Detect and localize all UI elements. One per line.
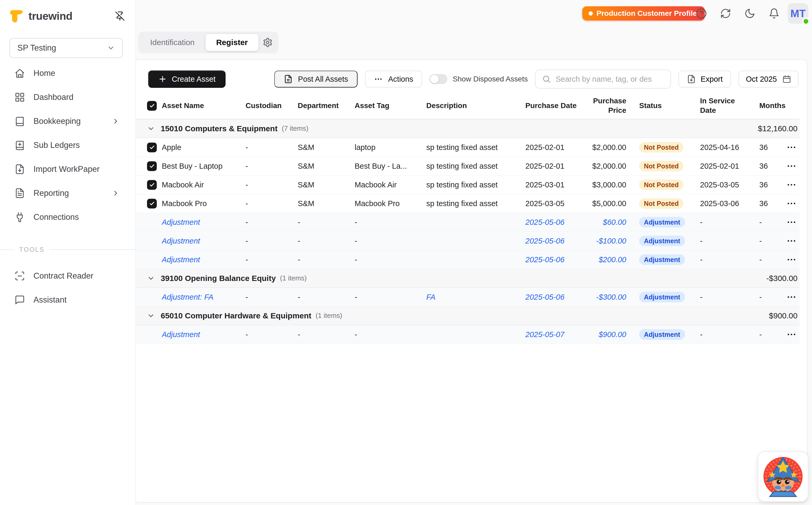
col-purchase-date: Purchase Date <box>525 101 577 111</box>
table-row[interactable]: Adjustment---2025-05-06$60.00Adjustment-… <box>134 213 800 232</box>
online-status-dot <box>802 17 810 25</box>
user-avatar[interactable]: MT <box>788 3 808 24</box>
row-select-cell <box>134 161 162 171</box>
table-row[interactable]: Adjustment---2025-05-06$200.00Adjustment… <box>134 250 800 269</box>
cell-asset-tag: laptop <box>355 143 426 152</box>
select-all-checkbox[interactable] <box>147 101 157 111</box>
export-button[interactable]: Export <box>678 70 731 88</box>
production-profile-badge[interactable]: Production Customer Profile <box>582 6 705 21</box>
row-actions-button[interactable] <box>783 161 800 171</box>
help-icon[interactable] <box>696 8 707 19</box>
table-row[interactable]: Adjustment: FA---FA2025-05-06-$300.00Adj… <box>134 288 800 307</box>
cell-status: Adjustment <box>626 292 700 302</box>
status-badge: Not Posted <box>639 198 683 209</box>
row-actions-button[interactable] <box>783 235 800 246</box>
cell-asset-name[interactable]: Adjustment <box>162 256 245 264</box>
sidebar-item-dashboard[interactable]: Dashboard <box>0 85 136 109</box>
status-badge: Adjustment <box>639 255 685 265</box>
post-all-assets-button[interactable]: Post All Assets <box>274 70 358 88</box>
sidebar-item-import-workpaper[interactable]: Import WorkPaper <box>0 157 136 181</box>
cell-asset-name[interactable]: Adjustment <box>162 218 245 227</box>
cell-asset-tag: Macbook Pro <box>355 199 426 208</box>
actions-button[interactable]: Actions <box>365 70 422 88</box>
cell-custodian: - <box>245 293 298 302</box>
tools-item-assistant[interactable]: Assistant <box>0 288 136 312</box>
tabs-settings-gear-icon[interactable] <box>263 37 273 47</box>
cell-purchase-price: $60.00 <box>577 218 626 227</box>
sidebar-item-bookkeeping[interactable]: Bookkeeping <box>0 109 136 133</box>
group-item-count: (1 items) <box>280 274 307 282</box>
cell-status: Not Posted <box>626 142 700 153</box>
row-actions-button[interactable] <box>783 292 800 302</box>
cell-asset-name: Macbook Pro <box>162 199 245 208</box>
topbar-icons <box>696 8 780 19</box>
dark-mode-icon[interactable] <box>744 8 755 19</box>
cell-in-service-date: 2025-02-01 <box>700 162 759 171</box>
show-disposed-label: Show Disposed Assets <box>453 75 528 83</box>
status-badge: Not Posted <box>639 161 683 171</box>
cell-department: - <box>298 237 355 245</box>
row-actions-button[interactable] <box>783 179 800 190</box>
cell-department: - <box>298 293 355 302</box>
table-row[interactable]: Adjustment---2025-05-06-$100.00Adjustmen… <box>134 232 800 250</box>
row-actions-button[interactable] <box>783 329 800 340</box>
cell-asset-tag: Best Buy - La... <box>355 162 426 171</box>
sidebar-item-sub-ledgers[interactable]: Sub Ledgers <box>0 133 136 157</box>
chevron-right-icon <box>112 117 120 125</box>
table-row[interactable]: Adjustment---2025-05-07$900.00Adjustment… <box>134 325 800 344</box>
table-row[interactable]: Apple-S&Mlaptopsp testing fixed asset202… <box>134 138 800 157</box>
group-title: 39100 Opening Balance Equity <box>161 274 276 283</box>
nav-label: Dashboard <box>33 93 73 102</box>
pin-off-icon[interactable] <box>115 11 125 21</box>
cell-asset-name[interactable]: Adjustment <box>162 237 245 245</box>
row-actions-button[interactable] <box>783 142 800 153</box>
tab-register[interactable]: Register <box>205 34 258 51</box>
search-input[interactable] <box>556 75 664 83</box>
cell-months: - <box>759 237 783 245</box>
row-checkbox[interactable] <box>147 199 157 208</box>
period-picker-button[interactable]: Oct 2025 <box>739 70 799 88</box>
table-row[interactable]: Macbook Air-S&MMacbook Airsp testing fix… <box>134 176 800 194</box>
tab-identification[interactable]: Identification <box>141 38 204 47</box>
row-checkbox[interactable] <box>147 180 157 190</box>
post-all-assets-label: Post All Assets <box>298 75 348 83</box>
cell-custodian: - <box>245 218 298 227</box>
cell-in-service-date: 2025-04-16 <box>700 143 759 152</box>
group-total: $900.00 <box>769 311 798 320</box>
header-select-all[interactable] <box>134 101 162 111</box>
row-checkbox[interactable] <box>147 143 157 152</box>
group-row[interactable]: 39100 Opening Balance Equity(1 items)-$3… <box>134 269 800 288</box>
refresh-icon[interactable] <box>720 8 731 19</box>
assistant-wizard-button[interactable] <box>758 451 808 502</box>
tools-item-contract-reader[interactable]: Contract Reader <box>0 264 136 288</box>
cell-custodian: - <box>245 162 298 171</box>
brand-name: truewind <box>28 10 72 22</box>
group-row[interactable]: 15010 Computers & Equipment(7 items)$12,… <box>134 119 800 138</box>
group-row[interactable]: 65010 Computer Hardware & Equipment(1 it… <box>134 307 800 325</box>
cell-department: - <box>298 330 355 339</box>
table-row[interactable]: Macbook Pro-S&MMacbook Prosp testing fix… <box>134 194 800 213</box>
row-actions-button[interactable] <box>783 217 800 227</box>
show-disposed-toggle[interactable] <box>429 74 447 84</box>
status-badge: Adjustment <box>639 235 685 246</box>
sidebar-item-reporting[interactable]: Reporting <box>0 181 136 205</box>
cell-in-service-date: - <box>700 218 759 227</box>
create-asset-button[interactable]: Create Asset <box>148 70 225 88</box>
row-checkbox[interactable] <box>147 161 157 171</box>
row-actions-button[interactable] <box>783 198 800 209</box>
nav-label: Contract Reader <box>33 271 93 281</box>
plug-icon <box>14 212 25 222</box>
sidebar-item-connections[interactable]: Connections <box>0 205 136 229</box>
row-select-cell <box>134 180 162 190</box>
row-actions-button[interactable] <box>783 255 800 265</box>
notifications-bell-icon[interactable] <box>769 8 780 19</box>
sidebar-item-home[interactable]: Home <box>0 61 136 85</box>
cell-status: Adjustment <box>626 329 700 340</box>
cell-in-service-date: - <box>700 237 759 245</box>
table-row[interactable]: Best Buy - Laptop-S&MBest Buy - La...sp … <box>134 157 800 176</box>
cell-asset-name[interactable]: Adjustment <box>162 330 245 339</box>
workspace-select[interactable]: SP Testing <box>9 38 123 58</box>
cell-asset-name[interactable]: Adjustment: FA <box>162 293 245 302</box>
cell-purchase-date: 2025-05-07 <box>525 330 577 339</box>
cell-asset-tag: - <box>355 256 426 264</box>
